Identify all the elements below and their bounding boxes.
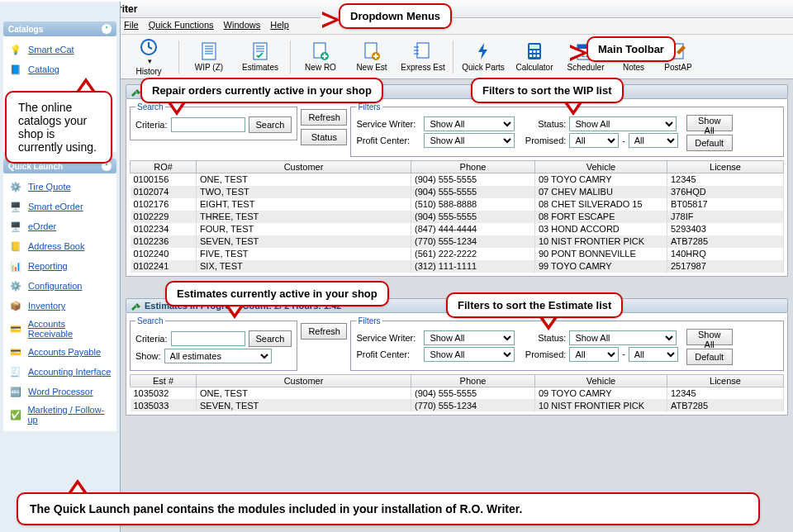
col-license[interactable]: License	[667, 161, 784, 173]
module-icon: ✅	[8, 408, 22, 421]
est-service-writer-select[interactable]: Show All	[424, 330, 515, 345]
menubar: File Quick Functions Windows Help	[121, 18, 793, 35]
wip-service-writer-select[interactable]: Show All	[424, 116, 515, 131]
svg-rect-12	[529, 50, 532, 53]
est-table: Est # Customer Phone Vehicle License 103…	[130, 374, 784, 412]
col-phone[interactable]: Phone	[411, 161, 535, 173]
wip-refresh-button[interactable]: Refresh	[301, 109, 347, 126]
table-row[interactable]: 0102240FIVE, TEST(561) 222-222290 PONT B…	[131, 248, 784, 260]
toolbar-wip[interactable]: WIP (Z)	[186, 41, 232, 72]
module-icon: 🖥️	[8, 220, 23, 233]
sidebar-item-catalog[interactable]: 📘Catalog	[5, 59, 115, 79]
sidebar-item-configuration[interactable]: ⚙️Configuration	[5, 276, 115, 296]
module-icon: 🖥️	[8, 200, 23, 213]
est-showall-button[interactable]: Show All	[686, 329, 733, 345]
document-check-icon	[249, 41, 272, 61]
toolbar-history[interactable]: ▾History	[126, 37, 172, 76]
module-icon: 🔤	[8, 385, 23, 398]
toolbar-quick-parts[interactable]: Quick Parts	[460, 41, 506, 72]
sidebar-item-accounting-interface[interactable]: 🧾Accounting Interface	[5, 362, 115, 382]
collapse-icon: ˄	[102, 24, 112, 34]
table-row[interactable]: 1035033SEVEN, TEST(770) 555-123410 NIST …	[131, 399, 784, 411]
wip-showall-button[interactable]: Show All	[686, 115, 733, 131]
sidebar-item-label: Marketing / Follow-up	[27, 405, 112, 425]
toolbar-calculator[interactable]: Calculator	[511, 41, 558, 72]
sidebar-item-accounts-receivable[interactable]: 💳Accounts Receivable	[5, 316, 115, 342]
est-search-button[interactable]: Search	[249, 330, 292, 347]
table-row[interactable]: 0102241SIX, TEST(312) 111-111199 TOYO CA…	[131, 260, 784, 273]
sidebar-item-reporting[interactable]: 📊Reporting	[5, 256, 115, 276]
bolt-icon	[472, 41, 495, 61]
sidebar-item-eorder[interactable]: 🖥️eOrder	[5, 216, 115, 236]
wip-promised2-select[interactable]: All	[629, 133, 678, 148]
col-vehicle[interactable]: Vehicle	[535, 161, 667, 173]
sidebar-item-label: eOrder	[28, 221, 56, 231]
wrench-icon	[130, 301, 141, 311]
annotation-quicklaunch: The Quick Launch panel contains the modu…	[17, 492, 760, 525]
sidebar-item-tire-quote[interactable]: ⚙️Tire Quote	[5, 177, 115, 197]
wip-criteria-input[interactable]	[171, 117, 245, 132]
wip-table: RO# Customer Phone Vehicle License 01001…	[130, 160, 784, 273]
col-license[interactable]: License	[667, 374, 784, 387]
module-icon: 📦	[8, 299, 23, 312]
sidebar-item-smart-eorder[interactable]: 🖥️Smart eOrder	[5, 197, 115, 216]
menu-windows[interactable]: Windows	[224, 20, 261, 32]
est-default-button[interactable]: Default	[686, 349, 733, 365]
svg-rect-15	[529, 55, 532, 57]
est-show-select[interactable]: All estimates	[164, 349, 272, 363]
table-row[interactable]: 0100156ONE, TEST(904) 555-555509 TOYO CA…	[131, 173, 784, 186]
table-row[interactable]: 0102176EIGHT, TEST(510) 588-888808 CHET …	[131, 198, 784, 211]
wip-status-select[interactable]: Show All	[569, 116, 677, 131]
col-vehicle[interactable]: Vehicle	[535, 374, 667, 387]
annotation-wip-active: Repair orders currently active in your s…	[140, 78, 383, 103]
table-row[interactable]: 0102236SEVEN, TEST(770) 555-123410 NIST …	[131, 235, 784, 248]
est-promised2-select[interactable]: All	[629, 347, 678, 362]
est-criteria-input[interactable]	[171, 331, 245, 346]
catalogs-header[interactable]: Catalogs ˄	[3, 21, 116, 36]
col-phone[interactable]: Phone	[411, 374, 535, 387]
sidebar-item-marketing-follow-up[interactable]: ✅Marketing / Follow-up	[5, 401, 115, 428]
module-icon: 📊	[8, 259, 23, 273]
sidebar-item-inventory[interactable]: 📦Inventory	[5, 296, 115, 316]
sidebar-item-label: Catalog	[28, 64, 59, 74]
book-icon: 📘	[8, 63, 23, 76]
wip-default-button[interactable]: Default	[686, 135, 733, 151]
wip-promised1-select[interactable]: All	[569, 133, 619, 148]
table-row[interactable]: 1035032ONE, TEST(904) 555-555509 TOYO CA…	[131, 387, 784, 399]
table-row[interactable]: 0102074TWO, TEST(904) 555-555507 CHEV MA…	[131, 186, 784, 198]
sidebar-item-label: Accounting Interface	[28, 367, 111, 377]
svg-rect-16	[534, 55, 536, 57]
col-est[interactable]: Est #	[131, 374, 197, 387]
toolbar-new-est[interactable]: New Est	[349, 41, 395, 72]
sidebar-item-label: Tire Quote	[28, 182, 71, 192]
est-profit-center-select[interactable]: Show All	[424, 347, 515, 362]
wip-section: Work In Progress Count: 8/ 8 Hours: 4.60…	[126, 84, 788, 277]
catalogs-title: Catalogs	[8, 25, 43, 34]
sidebar-item-word-processor[interactable]: 🔤Word Processor	[5, 382, 115, 401]
clock-icon	[137, 37, 160, 57]
est-refresh-button[interactable]: Refresh	[301, 323, 347, 340]
wip-search-button[interactable]: Search	[249, 116, 292, 133]
wip-status-button[interactable]: Status	[301, 129, 347, 145]
col-customer[interactable]: Customer	[197, 161, 411, 173]
menu-quick-functions[interactable]: Quick Functions	[149, 20, 214, 32]
module-icon: 💳	[8, 322, 23, 335]
wip-profit-center-select[interactable]: Show All	[424, 133, 515, 148]
sidebar-item-address-book[interactable]: 📒Address Book	[5, 236, 115, 256]
sidebar-item-accounts-payable[interactable]: 💳Accounts Payable	[5, 342, 115, 362]
table-row[interactable]: 0102229THREE, TEST(904) 555-555508 FORT …	[131, 211, 784, 223]
menu-file[interactable]: File	[124, 20, 139, 32]
sidebar-item-label: Accounts Receivable	[28, 319, 112, 339]
col-customer[interactable]: Customer	[197, 374, 411, 387]
toolbar-express-est[interactable]: Express Est	[400, 41, 446, 72]
est-status-select[interactable]: Show All	[569, 330, 677, 345]
menu-help[interactable]: Help	[270, 20, 289, 32]
module-icon: ⚙️	[8, 279, 23, 292]
col-ro[interactable]: RO#	[131, 161, 197, 173]
table-row[interactable]: 0102234FOUR, TEST(847) 444-444403 HOND A…	[131, 223, 784, 235]
document-plus-icon	[309, 41, 332, 61]
toolbar-estimates[interactable]: Estimates	[237, 41, 283, 72]
est-promised1-select[interactable]: All	[569, 347, 619, 362]
sidebar-item-smart-ecat[interactable]: 💡Smart eCat	[5, 40, 115, 59]
toolbar-new-ro[interactable]: New RO	[297, 41, 344, 72]
